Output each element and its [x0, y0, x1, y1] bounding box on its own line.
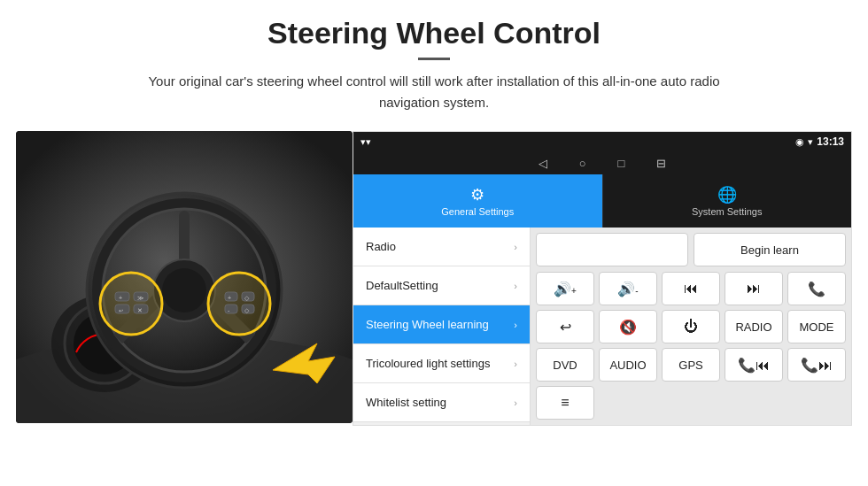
next-icon: ⏭ — [747, 281, 761, 297]
menu-default-label: DefaultSetting — [366, 279, 514, 292]
back-button[interactable]: ↩ — [536, 310, 594, 343]
call-next-button[interactable]: 📞⏭ — [787, 348, 846, 382]
begin-learn-button[interactable]: Begin learn — [694, 233, 846, 266]
controls-row1: 🔊+ 🔊- ⏮ ⏭ 📞 — [536, 272, 846, 305]
svg-text:+: + — [119, 295, 122, 301]
status-bar: ▾▾ ◉ ▾ 13:13 — [353, 132, 851, 151]
panel-content: Radio › DefaultSetting › Steering Wheel … — [353, 228, 851, 425]
call-prev-button[interactable]: 📞⏮ — [725, 348, 783, 382]
svg-text:↩: ↩ — [119, 308, 123, 313]
android-panel: ▾▾ ◉ ▾ 13:13 ◁ ○ □ ⊟ ⚙ General Settings … — [353, 131, 852, 426]
tab-general-label: General Settings — [441, 206, 514, 217]
header-section: Steering Wheel Control Your original car… — [0, 0, 868, 122]
chevron-default-icon: › — [514, 281, 517, 291]
menu-item-tricolour[interactable]: Tricoloured light settings › — [353, 344, 530, 383]
call-next-icon: 📞⏭ — [801, 357, 833, 374]
car-image: + ↩ ≫ ✕ + - ◇ ◇ — [16, 131, 353, 423]
vol-down-icon: 🔊- — [617, 281, 638, 297]
empty-input-box — [536, 233, 688, 266]
gps-label: GPS — [678, 359, 702, 372]
svg-point-11 — [162, 268, 206, 312]
menu-whitelist-label: Whitelist setting — [366, 396, 514, 409]
menu-steering-label: Steering Wheel learning — [366, 318, 514, 331]
mute-button[interactable]: 🔇 — [599, 310, 657, 343]
dvd-label: DVD — [553, 359, 577, 372]
gps-button[interactable]: GPS — [662, 348, 720, 382]
recent-nav-icon[interactable]: □ — [618, 157, 625, 170]
menu-icon-button[interactable]: ≡ — [536, 386, 594, 420]
gear-icon: ⚙ — [470, 185, 484, 204]
controls-row4: ≡ — [536, 386, 846, 420]
power-icon: ⏻ — [684, 319, 698, 335]
vol-up-button[interactable]: 🔊+ — [536, 272, 594, 305]
steering-wheel-svg: + ↩ ≫ ✕ + - ◇ ◇ — [16, 131, 353, 423]
title-divider — [418, 58, 450, 60]
call-prev-icon: 📞⏮ — [738, 357, 770, 374]
svg-text:+: + — [228, 295, 231, 301]
dvd-button[interactable]: DVD — [536, 348, 594, 382]
begin-learn-label: Begin learn — [740, 243, 799, 257]
menu-icon: ≡ — [561, 395, 569, 411]
right-controls: Begin learn 🔊+ 🔊- ⏮ ⏭ — [531, 228, 851, 425]
audio-button[interactable]: AUDIO — [599, 348, 657, 382]
top-row: Begin learn — [536, 233, 846, 266]
home-nav-icon[interactable]: ○ — [579, 157, 586, 170]
status-bar-icons: ▾▾ — [360, 136, 371, 148]
mode-button[interactable]: MODE — [787, 310, 846, 343]
tab-bar: ⚙ General Settings 🌐 System Settings — [353, 174, 851, 228]
menu-item-default[interactable]: DefaultSetting › — [353, 266, 530, 305]
left-menu: Radio › DefaultSetting › Steering Wheel … — [353, 228, 531, 425]
vol-down-button[interactable]: 🔊- — [599, 272, 657, 305]
svg-text:≫: ≫ — [137, 295, 143, 301]
mode-label: MODE — [800, 320, 834, 334]
chevron-tricolour-icon: › — [514, 359, 517, 369]
menu-item-steering[interactable]: Steering Wheel learning › — [353, 305, 530, 344]
chevron-whitelist-icon: › — [514, 397, 517, 408]
svg-text:✕: ✕ — [137, 307, 143, 313]
svg-point-12 — [100, 273, 162, 335]
tab-system-settings[interactable]: 🌐 System Settings — [602, 174, 852, 228]
audio-label: AUDIO — [609, 359, 646, 372]
back-icon: ↩ — [560, 319, 571, 336]
svg-point-21 — [208, 273, 270, 335]
mute-icon: 🔇 — [619, 319, 637, 336]
prev-icon: ⏮ — [684, 281, 698, 297]
power-button[interactable]: ⏻ — [662, 310, 720, 343]
radio-button[interactable]: RADIO — [725, 310, 783, 343]
menu-item-radio[interactable]: Radio › — [353, 228, 530, 266]
nav-bar: ◁ ○ □ ⊟ — [353, 151, 851, 174]
vol-up-icon: 🔊+ — [554, 281, 577, 297]
content-area: + ↩ ≫ ✕ + - ◇ ◇ ▾▾ — [0, 122, 868, 435]
tab-system-label: System Settings — [692, 206, 762, 217]
page-title: Steering Wheel Control — [53, 16, 815, 50]
chevron-radio-icon: › — [514, 242, 517, 252]
chevron-steering-icon: › — [514, 320, 517, 330]
next-button[interactable]: ⏭ — [725, 272, 783, 305]
menu-item-whitelist[interactable]: Whitelist setting › — [353, 383, 530, 422]
signal-icon: ▾ — [808, 136, 813, 148]
location-icon: ◉ — [795, 136, 804, 148]
subtitle: Your original car's steering wheel contr… — [133, 71, 735, 113]
menu-radio-label: Radio — [366, 240, 514, 253]
back-nav-icon[interactable]: ◁ — [539, 157, 547, 170]
controls-row2: ↩ 🔇 ⏻ RADIO MODE — [536, 310, 846, 343]
call-icon: 📞 — [808, 281, 825, 297]
call-button[interactable]: 📞 — [787, 272, 846, 305]
cast-nav-icon[interactable]: ⊟ — [656, 157, 666, 170]
globe-icon: 🌐 — [717, 185, 737, 204]
tab-general-settings[interactable]: ⚙ General Settings — [353, 174, 602, 228]
clock: 13:13 — [817, 135, 844, 148]
prev-button[interactable]: ⏮ — [662, 272, 720, 305]
radio-label: RADIO — [735, 320, 771, 334]
menu-tricolour-label: Tricoloured light settings — [366, 357, 514, 370]
wifi-signal-icon: ▾▾ — [360, 136, 371, 148]
controls-row3: DVD AUDIO GPS 📞⏮ 📞⏭ — [536, 348, 846, 382]
status-right-icons: ◉ ▾ 13:13 — [795, 135, 844, 148]
